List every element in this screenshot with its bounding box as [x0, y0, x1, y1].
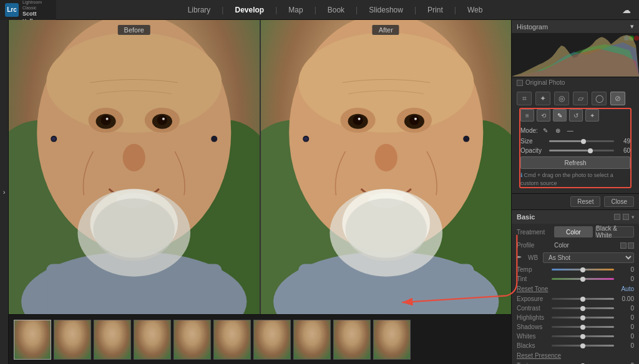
topbar: Lrc Adobe Lightroom Classic Scott Kelby …	[0, 0, 639, 20]
after-photo-svg	[261, 20, 512, 314]
filmstrip-thumb-10[interactable]	[373, 320, 411, 360]
svg-point-34	[353, 115, 363, 125]
auto-link[interactable]: Auto	[621, 285, 634, 292]
size-slider[interactable]	[549, 140, 614, 142]
highlights-value: 0	[617, 314, 634, 321]
highlights-slider[interactable]	[552, 317, 614, 318]
left-panel-arrow: ›	[3, 188, 6, 196]
treatment-label: Treatment	[517, 229, 554, 236]
mode-label: Mode:	[520, 127, 538, 134]
before-panel: Before	[9, 20, 261, 314]
reset-tone-row: Reset Tone Auto	[512, 284, 639, 294]
left-panel-toggle[interactable]: ›	[0, 20, 9, 364]
brush-tool[interactable]: ⊘	[610, 92, 625, 105]
temp-slider[interactable]	[552, 269, 614, 271]
svg-point-40	[463, 136, 469, 142]
redeye-tool[interactable]: ◎	[554, 92, 569, 105]
exposure-value: 0.00	[617, 295, 634, 302]
filmstrip-thumb-7[interactable]	[253, 320, 291, 360]
wb-select[interactable]: As Shot Auto Daylight Cloudy	[543, 252, 634, 263]
bw-treatment-btn[interactable]: Black & White	[595, 226, 634, 237]
grad-tool[interactable]: ▱	[573, 92, 588, 105]
popup-tool-1[interactable]: ≡	[520, 109, 534, 122]
nav-map[interactable]: Map	[288, 6, 303, 14]
wb-eyedropper-icon[interactable]: ✒	[517, 254, 525, 262]
shadows-slider[interactable]	[552, 326, 614, 328]
radial-tool[interactable]: ◯	[592, 92, 607, 105]
size-label: Size	[520, 138, 547, 145]
opacity-slider[interactable]	[549, 150, 614, 151]
mini-square-1[interactable]	[614, 214, 620, 220]
size-slider-row: Size 49	[520, 138, 630, 145]
filmstrip-thumb-2[interactable]	[54, 320, 91, 360]
tint-label: Tint	[517, 275, 549, 282]
filmstrip-thumb-8[interactable]	[293, 320, 331, 360]
whites-slider[interactable]	[552, 335, 614, 337]
tint-slider[interactable]	[552, 278, 614, 280]
heal-tool[interactable]: ✦	[535, 92, 550, 105]
basic-section: Basic ▾ Treatment Color Black & White Pr…	[512, 210, 639, 364]
filmstrip-thumb-9[interactable]	[333, 320, 371, 360]
mode-circle[interactable]: ⊕	[553, 125, 563, 135]
nav-library[interactable]: Library	[188, 6, 211, 14]
lrc-logo: Lrc	[5, 3, 19, 17]
svg-point-12	[157, 115, 167, 125]
center-area: Before	[9, 20, 511, 364]
temp-value: 0	[617, 266, 634, 273]
filmstrip-thumb-1[interactable]	[14, 320, 51, 360]
color-treatment-btn[interactable]: Color	[554, 226, 593, 237]
histogram-collapse[interactable]: ▾	[630, 22, 634, 31]
highlights-label: Highlights	[517, 314, 549, 321]
svg-point-11	[101, 115, 111, 125]
svg-point-22	[94, 198, 175, 261]
crop-tool[interactable]: ⌗	[517, 92, 532, 105]
profile-icon-2[interactable]	[628, 242, 634, 249]
popup-tool-2[interactable]: ⟲	[537, 109, 550, 122]
blacks-slider[interactable]	[552, 345, 614, 347]
contrast-value: 0	[617, 305, 634, 312]
filmstrip-thumb-6[interactable]	[213, 320, 251, 360]
nav-print[interactable]: Print	[427, 6, 443, 14]
original-photo-label: Original Photo	[525, 79, 565, 86]
profile-icon-1[interactable]	[620, 242, 627, 249]
popup-tool-5[interactable]: ✦	[585, 109, 599, 122]
mode-line[interactable]: —	[565, 125, 575, 135]
exposure-row: Exposure 0.00	[512, 294, 639, 304]
cloud-icon[interactable]: ☁	[622, 5, 631, 15]
filmstrip-thumb-3[interactable]	[94, 320, 131, 360]
treatment-buttons: Color Black & White	[554, 226, 634, 237]
nav-web[interactable]: Web	[467, 6, 482, 14]
popup-tool-4[interactable]: ↺	[569, 109, 583, 122]
basic-panel-right: ▾	[614, 214, 634, 220]
histogram-svg	[512, 33, 639, 77]
nav-develop[interactable]: Develop	[235, 6, 264, 14]
popup-tool-3[interactable]: ✎	[553, 109, 567, 122]
reset-presence-link[interactable]: Reset Presence	[517, 352, 561, 359]
filmstrip-thumb-4[interactable]	[134, 320, 171, 360]
mini-square-2[interactable]	[623, 214, 629, 220]
svg-point-29	[298, 32, 474, 133]
nav-slideshow[interactable]: Slideshow	[369, 6, 403, 14]
reset-button[interactable]: Reset	[570, 196, 600, 207]
after-panel: After	[261, 20, 512, 314]
refresh-button[interactable]: Refresh	[520, 156, 630, 169]
app-name: Adobe Lightroom Classic	[22, 0, 51, 11]
original-photo-checkbox[interactable]	[517, 80, 523, 86]
right-panel: Histogram ▾	[511, 20, 639, 364]
wb-row: ✒ WB As Shot Auto Daylight Cloudy	[512, 251, 639, 265]
close-button[interactable]: Close	[604, 196, 634, 207]
texture-row: Texture 0	[512, 361, 639, 364]
mode-pencil[interactable]: ✎	[540, 125, 550, 135]
svg-point-6	[46, 32, 222, 133]
reset-tone-link[interactable]: Reset Tone	[517, 285, 548, 292]
svg-point-16	[52, 137, 56, 141]
svg-point-18	[123, 144, 145, 171]
basic-panel-header[interactable]: Basic ▾	[512, 210, 639, 224]
blacks-row: Blacks 0	[512, 341, 639, 350]
basic-label: Basic	[517, 213, 535, 221]
exposure-slider[interactable]	[552, 298, 614, 300]
contrast-slider[interactable]	[552, 307, 614, 309]
nav-book[interactable]: Book	[328, 6, 344, 14]
filmstrip-thumb-5[interactable]	[173, 320, 211, 360]
histogram-header: Histogram ▾	[512, 20, 639, 33]
